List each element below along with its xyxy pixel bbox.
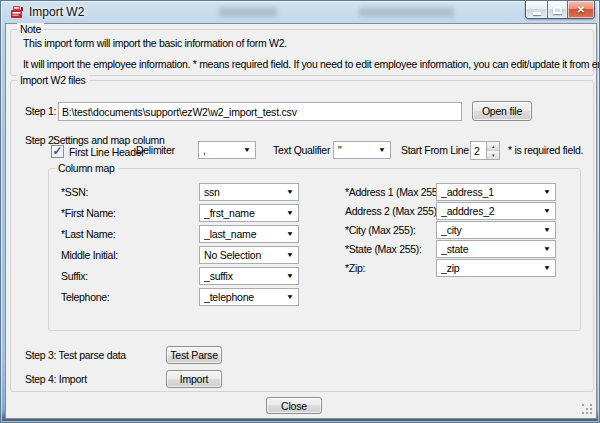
combo-value: " <box>338 144 356 156</box>
state-label: *State (Max 255): <box>345 243 422 255</box>
spin-up-button[interactable]: ▲ <box>487 142 499 151</box>
city-label: *City (Max 255): <box>345 224 415 236</box>
combo-value: _frst_name <box>204 207 269 219</box>
combo-value: _zip <box>441 262 473 274</box>
stepper-buttons: ▲ ▼ <box>486 142 499 159</box>
file-path-input[interactable] <box>58 102 462 121</box>
combo-value: _adddres_2 <box>441 205 508 217</box>
dialog-client-area: Note This import form will import the ba… <box>5 23 597 419</box>
combo-value: _city <box>441 224 476 236</box>
minimize-button[interactable] <box>526 1 547 18</box>
import-w2-window: Import W2 ✕ Note This import form will i… <box>0 0 600 423</box>
checkmark-icon: ✓ <box>52 145 62 157</box>
chevron-down-icon: ▼ <box>243 147 251 153</box>
minimize-icon <box>533 12 541 15</box>
suffix-select[interactable]: _suffix ▼ <box>199 267 299 285</box>
note-group: Note This import form will import the ba… <box>10 29 594 76</box>
combo-value: _suffix <box>204 270 247 282</box>
titlebar-watermark <box>219 7 277 17</box>
start-from-line-label: Start From Line <box>401 144 469 156</box>
combo-value: _state <box>441 243 482 255</box>
address1-select[interactable]: _address_1 ▼ <box>436 183 556 201</box>
open-file-button[interactable]: Open file <box>472 101 532 121</box>
test-parse-button[interactable]: Test Parse <box>166 346 222 364</box>
close-button[interactable]: Close <box>266 397 322 414</box>
chevron-down-icon: ▼ <box>543 208 551 214</box>
telephone-select[interactable]: _telephone ▼ <box>199 288 299 306</box>
close-icon: ✕ <box>577 5 585 15</box>
combo-value: _last_name <box>204 228 270 240</box>
column-map-title: Column map <box>55 162 118 174</box>
chevron-down-icon: ▼ <box>286 189 294 195</box>
arrow-up-icon: ▲ <box>491 144 495 148</box>
address1-label: *Address 1 (Max 255): <box>345 186 443 198</box>
address2-label: Address 2 (Max 255): <box>345 205 439 217</box>
note-line-1: This import form will import the basic i… <box>23 37 287 49</box>
chevron-down-icon: ▼ <box>286 231 294 237</box>
import-files-group: Import W2 files Step 1: Open file Step 2… <box>10 80 594 392</box>
import-files-group-title: Import W2 files <box>17 74 89 86</box>
first-line-header-label: First Line Header <box>69 146 144 158</box>
combo-value: _address_1 <box>441 186 508 198</box>
step1-label: Step 1: <box>25 105 56 117</box>
ssn-select[interactable]: ssn ▼ <box>199 183 299 201</box>
column-map-group: Column map *SSN: ssn ▼ *First Name: _frs… <box>48 168 581 331</box>
state-select[interactable]: _state ▼ <box>436 240 556 258</box>
step3-label: Step 3: Test parse data <box>25 349 126 361</box>
last-name-select[interactable]: _last_name ▼ <box>199 225 299 243</box>
text-qualifier-label: Text Qualifier <box>273 144 330 156</box>
middle-initial-select[interactable]: No Selection ▼ <box>199 246 299 264</box>
city-select[interactable]: _city ▼ <box>436 221 556 239</box>
window-controls: ✕ <box>525 1 595 19</box>
combo-value: , <box>203 144 220 156</box>
chevron-down-icon: ▼ <box>286 252 294 258</box>
spin-down-button[interactable]: ▼ <box>487 151 499 159</box>
combo-value: ssn <box>204 186 234 198</box>
telephone-label: Telephone: <box>61 291 109 303</box>
chevron-down-icon: ▼ <box>543 265 551 271</box>
zip-label: *Zip: <box>345 262 365 274</box>
chevron-down-icon: ▼ <box>378 147 386 153</box>
titlebar-watermark <box>359 7 454 17</box>
delimiter-label: Delimiter <box>136 144 175 156</box>
chevron-down-icon: ▼ <box>286 294 294 300</box>
chevron-down-icon: ▼ <box>543 227 551 233</box>
address2-select[interactable]: _adddres_2 ▼ <box>436 202 556 220</box>
chevron-down-icon: ▼ <box>286 273 294 279</box>
start-from-line-stepper: ▲ ▼ <box>470 141 500 160</box>
zip-select[interactable]: _zip ▼ <box>436 259 556 277</box>
import-button[interactable]: Import <box>166 370 222 388</box>
note-line-2: It will import the employee information.… <box>23 58 600 70</box>
window-title: Import W2 <box>29 5 84 19</box>
text-qualifier-select[interactable]: " ▼ <box>333 141 391 159</box>
combo-value: No Selection <box>204 249 275 261</box>
delimiter-select[interactable]: , ▼ <box>198 141 256 159</box>
suffix-label: Suffix: <box>61 270 88 282</box>
ssn-label: *SSN: <box>61 186 88 198</box>
required-field-note: * is required field. <box>508 144 583 156</box>
app-icon <box>9 4 25 20</box>
arrow-down-icon: ▼ <box>491 153 495 157</box>
chevron-down-icon: ▼ <box>543 246 551 252</box>
maximize-icon <box>553 6 562 14</box>
start-from-line-input[interactable] <box>471 142 486 159</box>
combo-value: _telephone <box>204 291 268 303</box>
maximize-button[interactable] <box>547 1 567 18</box>
titlebar[interactable]: Import W2 ✕ <box>1 1 599 23</box>
first-name-label: *First Name: <box>61 207 116 219</box>
last-name-label: *Last Name: <box>61 228 115 240</box>
first-line-header-checkbox[interactable]: ✓ <box>51 145 64 158</box>
chevron-down-icon: ▼ <box>543 189 551 195</box>
note-group-title: Note <box>17 23 44 35</box>
first-name-select[interactable]: _frst_name ▼ <box>199 204 299 222</box>
step4-label: Step 4: Import <box>25 373 87 385</box>
chevron-down-icon: ▼ <box>286 210 294 216</box>
resize-grip[interactable] <box>582 404 592 414</box>
middle-initial-label: Middle Initial: <box>61 249 118 261</box>
close-window-button[interactable]: ✕ <box>567 1 594 18</box>
